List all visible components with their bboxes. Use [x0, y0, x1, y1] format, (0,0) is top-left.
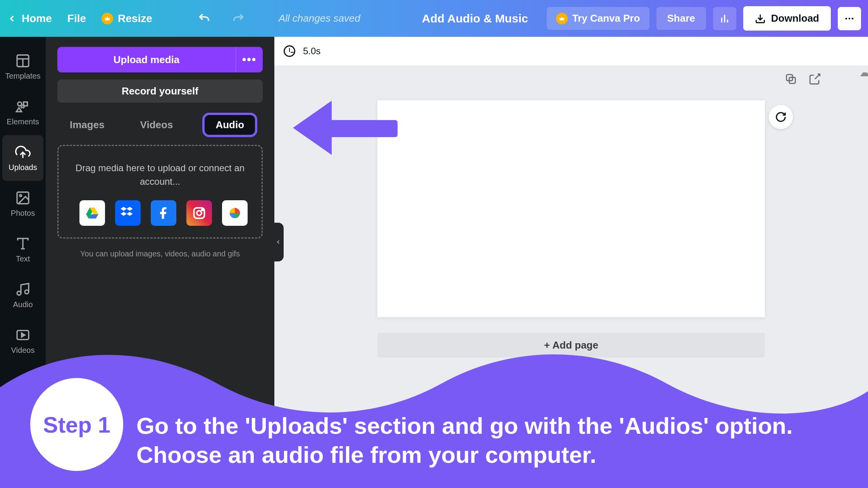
try-pro-button[interactable]: Try Canva Pro [547, 7, 649, 30]
google-photos-icon [227, 205, 243, 221]
undo-button[interactable] [195, 9, 214, 28]
clock-icon [284, 45, 295, 57]
share-label: Share [667, 12, 695, 24]
home-label: Home [22, 12, 52, 25]
svg-point-5 [849, 17, 851, 19]
refresh-icon [775, 111, 787, 123]
rail-text[interactable]: Text [2, 227, 43, 272]
annotation-arrow [293, 101, 397, 155]
duration-value[interactable]: 5.0s [303, 46, 320, 57]
instagram-icon [192, 206, 206, 220]
svg-point-18 [17, 291, 21, 295]
open-external-icon[interactable] [808, 72, 822, 86]
text-icon [15, 236, 31, 251]
record-yourself-button[interactable]: Record yourself [57, 79, 263, 103]
videos-icon [15, 327, 31, 343]
google-drive-icon [85, 206, 100, 220]
rail-uploads[interactable]: Uploads [2, 135, 43, 181]
svg-point-15 [20, 194, 22, 196]
svg-point-19 [25, 290, 29, 294]
tab-audio[interactable]: Audio [202, 113, 257, 137]
connect-dropbox[interactable] [115, 200, 141, 226]
tab-images[interactable]: Images [64, 115, 111, 135]
more-horizontal-icon: ••• [242, 53, 257, 66]
rail-photos[interactable]: Photos [2, 181, 43, 227]
undo-icon [198, 12, 211, 25]
redo-button[interactable] [229, 9, 248, 28]
svg-point-26 [197, 211, 202, 215]
uploads-icon [15, 144, 31, 160]
crown-icon [102, 13, 113, 24]
record-yourself-label: Record yourself [122, 85, 198, 97]
instruction-text: Go to the 'Uploads' section and go with … [136, 411, 849, 469]
connect-facebook[interactable] [151, 200, 176, 226]
svg-marker-12 [16, 108, 21, 112]
svg-point-6 [852, 17, 854, 19]
svg-marker-21 [22, 333, 25, 337]
connect-instagram[interactable] [186, 200, 212, 226]
insights-button[interactable] [713, 7, 736, 30]
resize-button[interactable]: Resize [102, 12, 152, 25]
rail-elements-label: Elements [7, 117, 39, 126]
duplicate-page-icon[interactable] [784, 72, 797, 86]
file-label: File [67, 12, 86, 25]
download-button[interactable]: Download [743, 6, 831, 31]
document-title[interactable]: Add Audio & Music [422, 12, 528, 25]
facebook-icon [157, 206, 170, 220]
rail-audio[interactable]: Audio [2, 272, 43, 318]
resize-label: Resize [118, 12, 152, 25]
rail-templates[interactable]: Templates [2, 44, 43, 89]
save-status: All changes saved [279, 12, 360, 24]
redo-icon [232, 12, 245, 25]
photos-icon [15, 190, 31, 206]
rail-elements[interactable]: Elements [2, 89, 43, 135]
crown-icon [556, 13, 568, 24]
upload-media-button[interactable]: Upload media [57, 47, 236, 72]
connect-google-drive[interactable] [79, 200, 105, 226]
regenerate-button[interactable] [769, 105, 793, 129]
upload-more-button[interactable]: ••• [236, 47, 263, 72]
upload-media-label: Upload media [114, 54, 179, 66]
upload-hint: You can upload images, videos, audio and… [57, 249, 263, 258]
more-menu-button[interactable] [838, 7, 861, 30]
download-icon [755, 13, 766, 24]
step-badge: Step 1 [30, 378, 123, 471]
canvas-toolbar: 5.0s [274, 37, 868, 65]
elements-icon [15, 99, 31, 114]
dropzone-text: Drag media here to upload or connect an … [68, 162, 252, 189]
tab-videos[interactable]: Videos [134, 115, 179, 135]
svg-point-4 [846, 17, 847, 19]
share-button[interactable]: Share [656, 7, 706, 30]
dropbox-icon [120, 205, 136, 221]
canvas-page[interactable] [377, 100, 765, 317]
bar-chart-icon [719, 13, 730, 24]
templates-icon [15, 53, 31, 69]
chevron-left-icon [7, 14, 17, 24]
rail-text-label: Text [16, 254, 30, 263]
upload-dropzone[interactable]: Drag media here to upload or connect an … [57, 145, 263, 239]
file-menu[interactable]: File [67, 12, 86, 25]
rail-uploads-label: Uploads [9, 163, 37, 172]
rail-templates-label: Templates [5, 72, 40, 81]
home-button[interactable]: Home [7, 12, 52, 25]
connect-google-photos[interactable] [222, 200, 248, 226]
audio-icon [15, 282, 31, 297]
uploads-tabs: Images Videos Audio [57, 113, 263, 145]
more-horizontal-icon [844, 13, 855, 24]
top-bar: Home File Resize All changes saved Add A… [0, 0, 868, 37]
instruction-overlay: Step 1 Go to the 'Uploads' section and g… [0, 341, 868, 488]
rail-audio-label: Audio [13, 300, 33, 309]
step-label: Step 1 [43, 412, 110, 438]
try-pro-label: Try Canva Pro [572, 12, 640, 24]
download-label: Download [771, 12, 819, 24]
rail-photos-label: Photos [11, 209, 35, 218]
svg-point-27 [202, 209, 203, 211]
